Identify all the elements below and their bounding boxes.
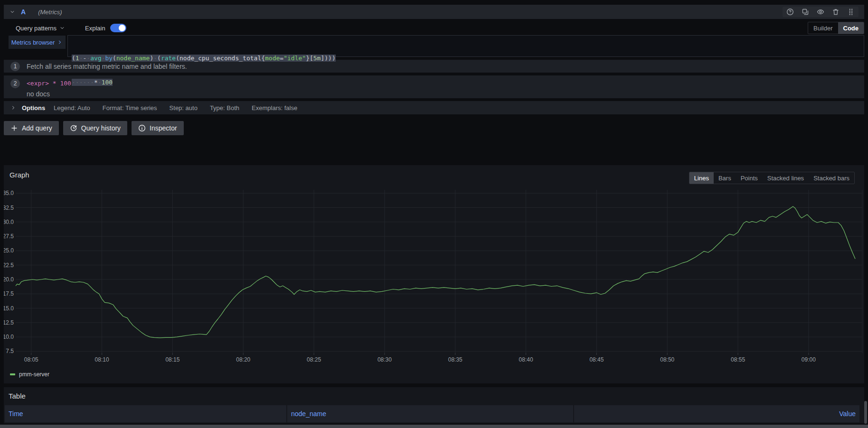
graph-panel: Graph LinesBarsPointsStacked linesStacke… — [4, 165, 864, 383]
legend-series-label[interactable]: pmm-server — [19, 371, 49, 378]
table-panel: Table Time node_name Value — [4, 387, 864, 423]
builder-tab[interactable]: Builder — [808, 22, 838, 34]
chevron-down-icon — [59, 25, 65, 31]
svg-text:7.5: 7.5 — [6, 348, 14, 354]
code-line-1: (1·-·avg·by(node_name)·(rate(node_cpu_se… — [72, 54, 864, 62]
table-header-value[interactable]: Value — [574, 405, 859, 422]
svg-text:30.0: 30.0 — [4, 219, 14, 225]
table-header-node-name[interactable]: node_name — [287, 405, 573, 422]
step-docs: no docs — [27, 90, 71, 98]
svg-text:08:50: 08:50 — [660, 356, 674, 363]
svg-text:22.5: 22.5 — [4, 262, 14, 269]
options-title: Options — [22, 104, 45, 112]
add-query-button[interactable]: Add query — [4, 121, 59, 135]
query-history-button[interactable]: Query history — [63, 121, 127, 135]
query-patterns-dropdown[interactable]: Query patterns — [16, 25, 65, 32]
svg-text:08:25: 08:25 — [307, 356, 321, 363]
svg-text:08:20: 08:20 — [236, 356, 250, 363]
vertical-scrollbar[interactable] — [864, 401, 867, 424]
query-options-row[interactable]: Options Legend: AutoFormat: Time seriesS… — [4, 101, 864, 114]
svg-text:17.5: 17.5 — [4, 290, 14, 297]
plus-icon — [10, 124, 18, 132]
explain-label: Explain — [85, 25, 105, 32]
drag-handle-icon[interactable] — [847, 8, 855, 16]
datasource-type-label: (Metrics) — [38, 9, 62, 16]
query-header-actions — [783, 7, 859, 17]
option-summary-item: Type: Both — [210, 104, 239, 112]
help-circle-icon[interactable] — [786, 8, 794, 16]
graph-legend: pmm-server — [10, 371, 49, 378]
svg-text:08:45: 08:45 — [589, 356, 604, 363]
svg-text:15.0: 15.0 — [4, 305, 14, 312]
svg-text:09:00: 09:00 — [802, 356, 816, 363]
eye-icon[interactable] — [817, 8, 824, 16]
add-query-label: Add query — [22, 124, 52, 132]
toggle-knob — [119, 25, 125, 31]
query-history-label: Query history — [81, 124, 121, 132]
option-summary-item: Step: auto — [170, 104, 198, 112]
query-editor: A (Metrics) Query patterns — [4, 5, 864, 135]
inspector-button[interactable]: Inspector — [132, 121, 184, 135]
step-badge: 1 — [10, 62, 20, 71]
svg-text:08:55: 08:55 — [731, 356, 745, 363]
svg-text:27.5: 27.5 — [4, 233, 14, 240]
svg-text:10.0: 10.0 — [4, 334, 14, 340]
svg-text:25.0: 25.0 — [4, 247, 14, 254]
info-circle-icon — [138, 124, 146, 132]
svg-text:08:40: 08:40 — [519, 356, 533, 363]
explain-control: Explain — [85, 24, 126, 32]
option-summary-item: Legend: Auto — [54, 104, 90, 112]
step-expression: <expr> * 100 — [27, 80, 71, 87]
metrics-browser-button[interactable]: Metrics browser — [9, 36, 66, 49]
step-badge: 2 — [10, 79, 20, 88]
chevron-right-icon[interactable] — [10, 105, 16, 111]
options-summary: Legend: AutoFormat: Time seriesStep: aut… — [54, 104, 297, 112]
svg-text:08:35: 08:35 — [448, 356, 462, 363]
svg-text:08:15: 08:15 — [165, 356, 179, 363]
option-summary-item: Exemplars: false — [252, 104, 297, 112]
table-header-row: Time node_name Value — [5, 405, 859, 422]
query-patterns-label: Query patterns — [16, 25, 57, 32]
code-line-2: ······*·100 — [72, 78, 864, 86]
trash-icon[interactable] — [832, 8, 840, 16]
horizontal-scrollbar[interactable] — [0, 425, 868, 428]
step-body: <expr> * 100 no docs — [27, 79, 71, 98]
svg-text:08:10: 08:10 — [95, 356, 109, 363]
query-field-row: Metrics browser (1·-·avg·by(node_name)·(… — [4, 35, 864, 57]
table-header-time[interactable]: Time — [5, 405, 286, 422]
chevron-right-icon — [57, 39, 63, 45]
editor-mode-switch: Builder Code — [808, 22, 864, 34]
code-tab[interactable]: Code — [838, 22, 864, 34]
svg-text:35.0: 35.0 — [4, 190, 14, 196]
svg-text:32.5: 32.5 — [4, 205, 14, 211]
query-ref-id: A — [21, 8, 26, 16]
svg-text:20.0: 20.0 — [4, 276, 14, 283]
query-row-header[interactable]: A (Metrics) — [4, 5, 864, 19]
graph-svg[interactable]: 7.510.012.515.017.520.022.525.027.530.03… — [4, 165, 864, 383]
query-actions: Add query Query history Inspector — [4, 121, 864, 135]
option-summary-item: Format: Time series — [103, 104, 157, 112]
metrics-browser-label: Metrics browser — [11, 39, 55, 46]
chevron-down-icon[interactable] — [9, 9, 15, 15]
inspector-label: Inspector — [150, 124, 177, 132]
step-description: Fetch all series matching metric name an… — [27, 63, 187, 70]
history-icon — [70, 124, 77, 132]
table-panel-title: Table — [9, 392, 26, 400]
promql-code-editor[interactable]: (1·-·avg·by(node_name)·(rate(node_cpu_se… — [67, 35, 864, 57]
svg-text:08:30: 08:30 — [377, 356, 392, 363]
explain-toggle[interactable] — [110, 24, 126, 32]
svg-text:08:05: 08:05 — [24, 356, 38, 363]
query-toolbar: Query patterns Explain Builder Code — [4, 22, 864, 34]
svg-text:12.5: 12.5 — [4, 319, 14, 326]
legend-color-swatch[interactable] — [10, 373, 15, 375]
copy-icon[interactable] — [802, 8, 809, 16]
